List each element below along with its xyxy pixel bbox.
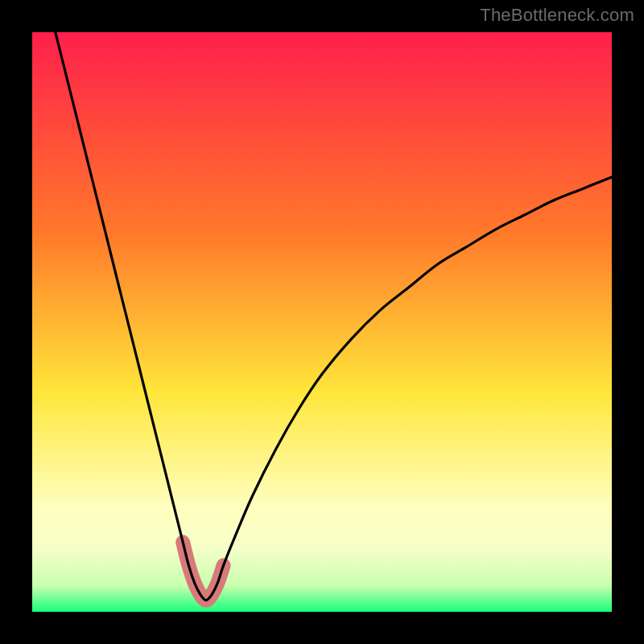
watermark-text: TheBottleneck.com bbox=[480, 5, 634, 26]
chart-canvas bbox=[32, 32, 612, 612]
gradient-background bbox=[32, 32, 612, 612]
outer-frame: TheBottleneck.com bbox=[0, 0, 644, 644]
